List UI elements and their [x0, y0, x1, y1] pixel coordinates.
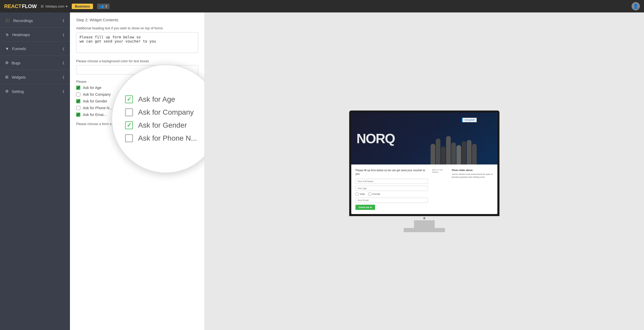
female-label: Female — [373, 193, 380, 195]
ask-company-label: Ask for Company — [83, 92, 111, 97]
mag-phone-label: Ask for Phone N... — [138, 134, 197, 142]
form-editor-panel: Step 2: Widget Contents Additional headi… — [70, 12, 205, 330]
sidebar-label-heatmaps: Heatmaps — [12, 32, 30, 37]
monitor-wrapper: NORQ SCALEUP — [349, 111, 499, 232]
monitor-stand-base — [404, 228, 445, 232]
site-name: hitsteps.com — [45, 4, 64, 8]
ask-email-checkbox[interactable] — [76, 113, 80, 117]
monitor-form: Please fill up form below so we can get … — [355, 169, 428, 210]
sidebar-label-funnels: Funnels — [12, 46, 26, 51]
heading-label: Additional heading text if you wish to s… — [76, 26, 198, 30]
chevron-icon: ❮ — [62, 61, 65, 65]
mag-item-age: ✓ Ask for Age — [125, 95, 175, 104]
plan-badge[interactable]: Business — [72, 4, 93, 9]
aside-text: Just to mimick a live environment for sa… — [452, 173, 492, 178]
divider — [0, 28, 70, 28]
ask-phone-checkbox[interactable] — [76, 106, 80, 110]
mag-phone-checkbox — [125, 134, 133, 142]
users-icon: 👥 — [100, 4, 104, 8]
site-selector[interactable]: ⊞ hitsteps.com ▾ — [41, 4, 68, 8]
monitor-radio-row: Male Female — [355, 192, 428, 196]
chevron-icon: ❮ — [62, 90, 65, 93]
sidebar-item-widgets[interactable]: ⊞ Widgets ❮ — [0, 71, 70, 83]
heading-textarea[interactable]: Please fill up form below so we can get … — [76, 32, 198, 53]
bg-color-label: Please choose a background color for tex… — [76, 59, 198, 63]
sidebar-label-widgets: Widgets — [12, 75, 26, 79]
mag-gender-checkbox: ✓ — [125, 121, 133, 129]
main-content: Step 2: Widget Contents Additional headi… — [70, 12, 644, 330]
male-radio[interactable] — [355, 192, 359, 196]
monitor-body: Please fill up form below so we can get … — [351, 164, 497, 214]
preview-panel: NORQ SCALEUP — [205, 12, 644, 330]
sidebar-item-heatmaps[interactable]: 🖱 Heatmaps ❮ — [0, 29, 70, 40]
monitor-fullname-input[interactable] — [355, 179, 428, 184]
chevron-icon: ❮ — [62, 47, 65, 51]
mag-age-label: Ask for Age — [138, 95, 175, 104]
male-label: Male — [360, 193, 365, 195]
sidebar-item-setting[interactable]: ⚙ Setting ❮ — [0, 85, 70, 97]
user-avatar[interactable]: 👤 — [632, 2, 640, 10]
setting-icon: ⚙ — [5, 89, 9, 94]
sidebar-label-recordings: Recordings — [13, 18, 33, 23]
checkmark-icon: ✓ — [127, 96, 131, 103]
mag-company-checkbox — [125, 108, 133, 116]
checkmark-icon: ✓ — [127, 122, 131, 129]
aside-title: Photo slider above — [452, 169, 493, 172]
ask-gender-label: Ask for Gender — [83, 99, 107, 103]
monitor-email-input[interactable] — [355, 198, 428, 203]
step-title: Step 2: Widget Contents — [76, 18, 198, 22]
sidebar: 🎥 Recordings ❮ 🖱 Heatmaps ❮ ▼ Funnels ❮ … — [0, 12, 70, 330]
chevron-icon: ❮ — [62, 33, 65, 37]
sidebar-item-bugs[interactable]: ⚙ Bugs ❮ — [0, 57, 70, 69]
female-radio[interactable] — [368, 192, 371, 196]
chevron-icon: ❮ — [62, 75, 65, 79]
divider — [0, 56, 70, 56]
count-me-in-button[interactable]: Count me in — [355, 205, 375, 210]
monitor-hero: NORQ SCALEUP — [351, 113, 497, 164]
topnav: REACT FLOW ⊞ hitsteps.com ▾ Business 👥 3… — [0, 0, 644, 12]
monitor-screen: NORQ SCALEUP — [349, 111, 499, 216]
heatmaps-icon: 🖱 — [5, 32, 9, 37]
divider — [0, 42, 70, 42]
ask-age-checkbox[interactable] — [76, 86, 80, 90]
mag-company-label: Ask for Company — [138, 108, 194, 116]
monitor-form-heading: Please fill up form below so we can get … — [355, 169, 428, 176]
mag-item-company: Ask for Company — [125, 108, 194, 116]
divider — [0, 84, 70, 84]
monitor-stand-neck — [414, 220, 435, 228]
divider — [0, 70, 70, 70]
funnels-icon: ▼ — [5, 46, 9, 51]
sidebar-label-bugs: Bugs — [12, 61, 20, 65]
bugs-icon: ⚙ — [5, 60, 9, 65]
hierarchy-icon: ⊞ — [41, 4, 44, 8]
chevron-down-icon: ▾ — [66, 4, 68, 8]
ask-gender-checkbox[interactable] — [76, 99, 80, 103]
sidebar-text: gets in a real website — [432, 169, 442, 173]
sidebar-item-recordings[interactable]: 🎥 Recordings ❮ — [0, 15, 70, 26]
mag-gender-label: Ask for Gender — [138, 121, 187, 129]
heading-form-group: Additional heading text if you wish to s… — [76, 26, 198, 54]
chevron-icon: ❮ — [62, 19, 65, 22]
logo-react: REACT — [4, 3, 21, 9]
sidebar-label-setting: Setting — [12, 89, 24, 94]
mag-item-phone: Ask for Phone N... — [125, 134, 197, 142]
users-badge: 👥 3 — [97, 4, 110, 9]
recordings-icon: 🎥 — [5, 18, 10, 23]
ask-company-checkbox[interactable] — [76, 92, 80, 97]
monitor-radio-male: Male — [355, 192, 365, 196]
mag-age-checkbox: ✓ — [125, 95, 133, 103]
sidebar-item-funnels[interactable]: ▼ Funnels ❮ — [0, 43, 70, 54]
hero-people — [410, 113, 497, 164]
monitor-radio-female: Female — [368, 192, 380, 196]
users-count: 3 — [105, 4, 107, 8]
monitor-aside: Photo slider above Just to mimick a live… — [452, 169, 493, 210]
hero-title: NORQ — [356, 131, 395, 146]
ask-age-label: Ask for Age — [83, 86, 102, 90]
ask-phone-label: Ask for Phone N... — [83, 106, 112, 110]
widgets-icon: ⊞ — [5, 75, 9, 79]
monitor-inner: NORQ SCALEUP — [351, 113, 497, 214]
logo: REACT FLOW — [4, 3, 37, 9]
ask-email-label: Ask for Emai... — [83, 113, 106, 117]
logo-flow: FLOW — [22, 3, 37, 9]
monitor-age-input[interactable] — [355, 186, 428, 191]
